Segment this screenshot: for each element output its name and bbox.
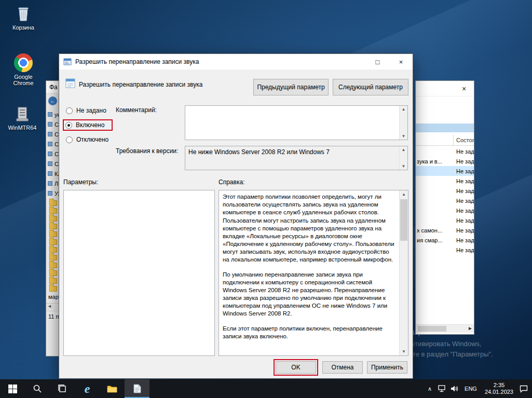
- policy-name: зука и в...: [416, 158, 453, 164]
- gpedit-taskbar-button[interactable]: [125, 379, 149, 398]
- scrollbar-thumb[interactable]: [418, 326, 446, 332]
- tree-item[interactable]: Кл: [46, 169, 59, 179]
- tray-expand-button[interactable]: [424, 379, 436, 398]
- tree-item[interactable]: укоп: [46, 109, 59, 119]
- network-tray-button[interactable]: [436, 379, 448, 398]
- cancel-button[interactable]: Отмена: [322, 361, 363, 374]
- folder-icon[interactable]: [49, 231, 57, 237]
- scroll-right-icon[interactable]: [468, 325, 473, 331]
- task-view-button[interactable]: [50, 379, 75, 398]
- clock[interactable]: 2:35 24.01.2023: [481, 382, 517, 395]
- policy-row[interactable]: зука и в... Не зад: [416, 156, 474, 166]
- recycle-bin-icon: [15, 4, 32, 23]
- radio-icon-selected[interactable]: [65, 122, 72, 129]
- policy-row[interactable]: х самон... Не зад: [416, 225, 474, 235]
- winmtr-icon: [12, 105, 33, 123]
- language-indicator[interactable]: ENG: [461, 386, 481, 392]
- folder-icon[interactable]: [49, 224, 57, 229]
- scrollbar[interactable]: [399, 106, 407, 140]
- scroll-up-icon[interactable]: [400, 192, 408, 197]
- supported-on-value: Не ниже Windows Server 2008 R2 или Windo…: [188, 148, 330, 156]
- scroll-down-icon[interactable]: [400, 349, 408, 354]
- internet-explorer-button[interactable]: [75, 379, 100, 398]
- radio-disabled[interactable]: Отключено: [64, 134, 113, 145]
- previous-setting-button[interactable]: Предыдущий параметр: [253, 79, 329, 95]
- desktop: Корзина Google Chrome WinMTR64 Активация…: [0, 0, 532, 398]
- scroll-down-icon[interactable]: [402, 164, 406, 169]
- tree-item-label: Кл: [54, 171, 59, 177]
- radio-icon[interactable]: [66, 107, 73, 114]
- maximize-button[interactable]: □: [366, 54, 389, 70]
- start-button[interactable]: [0, 379, 25, 398]
- search-icon: [33, 384, 42, 393]
- folder-icon[interactable]: [49, 263, 57, 268]
- scroll-up-icon[interactable]: [402, 107, 406, 112]
- policy-row[interactable]: Не зад: [416, 176, 474, 186]
- folder-icon[interactable]: [49, 255, 57, 260]
- close-icon[interactable]: ×: [459, 85, 469, 93]
- policy-row[interactable]: Не зад: [416, 166, 474, 176]
- horizontal-scrollbar[interactable]: [416, 324, 474, 333]
- radio-not-configured[interactable]: Не задано: [64, 105, 113, 116]
- back-arrow-icon[interactable]: [48, 97, 57, 105]
- help-text: Этот параметр политики позволяет определ…: [223, 193, 396, 353]
- scrollbar-thumb[interactable]: [400, 199, 407, 241]
- options-panel[interactable]: [63, 190, 215, 356]
- tree-item-icon: [48, 161, 52, 166]
- dialog-titlebar[interactable]: Разрешить перенаправление записи звука □…: [59, 54, 413, 70]
- policy-state: Не зад: [453, 237, 474, 243]
- tree-item[interactable]: Сбор: [46, 119, 59, 129]
- gpedit-window-right-strip: × Состоя Не зад зука и в... Не зад Не за…: [415, 80, 474, 335]
- column-header-state[interactable]: Состоя: [453, 135, 474, 145]
- tree-item[interactable]: Служ: [46, 159, 59, 169]
- folder-icon[interactable]: [49, 247, 57, 253]
- tree-item[interactable]: Уз: [46, 188, 59, 198]
- policy-row[interactable]: Не зад: [416, 196, 474, 205]
- notification-center-button[interactable]: [517, 379, 530, 398]
- tree-item-icon: [48, 171, 52, 176]
- desktop-icon-chrome[interactable]: Google Chrome: [6, 53, 40, 86]
- tree-item[interactable]: Служ: [46, 149, 59, 159]
- taskbar: ENG 2:35 24.01.2023: [0, 379, 532, 398]
- radio-enabled[interactable]: Включено: [63, 119, 113, 131]
- policy-row[interactable]: Не зад: [416, 186, 474, 196]
- tree-item[interactable]: Ли: [46, 179, 59, 188]
- file-explorer-button[interactable]: [100, 379, 125, 398]
- windows-logo-icon: [8, 385, 17, 393]
- policy-row[interactable]: Не зад: [416, 146, 474, 156]
- policy-row[interactable]: Не зад: [416, 205, 474, 215]
- policy-setting-dialog: Разрешить перенаправление записи звука □…: [59, 53, 413, 379]
- policy-row[interactable]: Не зад: [416, 245, 474, 255]
- folder-icon: [107, 385, 117, 393]
- folder-icon[interactable]: [49, 286, 57, 292]
- folder-icon[interactable]: [49, 239, 57, 245]
- folder-icon[interactable]: [49, 208, 57, 214]
- desktop-icon-winmtr[interactable]: WinMTR64: [5, 105, 39, 131]
- policy-row[interactable]: Не зад: [416, 215, 474, 225]
- scrollbar[interactable]: [399, 146, 407, 170]
- horizontal-scrollbar[interactable]: [46, 303, 59, 311]
- ok-button[interactable]: OK: [276, 361, 316, 374]
- tree-item[interactable]: Служ: [46, 139, 59, 149]
- scroll-down-icon[interactable]: [402, 134, 406, 139]
- folder-icon[interactable]: [49, 270, 57, 276]
- network-icon: [438, 385, 447, 392]
- folder-icon[interactable]: [49, 200, 57, 206]
- tree-item[interactable]: Синхр: [46, 129, 59, 139]
- volume-tray-button[interactable]: [448, 379, 461, 398]
- scroll-up-icon[interactable]: [402, 147, 406, 152]
- desktop-icon-recycle-bin[interactable]: Корзина: [6, 4, 40, 31]
- search-button[interactable]: [25, 379, 50, 398]
- comment-label: Комментарий:: [116, 106, 157, 114]
- folder-icon[interactable]: [49, 216, 57, 222]
- menu-file[interactable]: Фа: [46, 81, 59, 93]
- folder-icon[interactable]: [49, 278, 57, 284]
- policy-row[interactable]: ия смар... Не зад: [416, 235, 474, 245]
- scrollbar[interactable]: [399, 190, 408, 355]
- radio-icon[interactable]: [66, 136, 73, 143]
- next-setting-button[interactable]: Следующий параметр: [333, 79, 408, 95]
- close-button[interactable]: ×: [389, 54, 413, 70]
- comment-input[interactable]: [185, 105, 408, 140]
- apply-button[interactable]: Применить: [367, 361, 407, 374]
- tree-item-icon: [48, 122, 52, 127]
